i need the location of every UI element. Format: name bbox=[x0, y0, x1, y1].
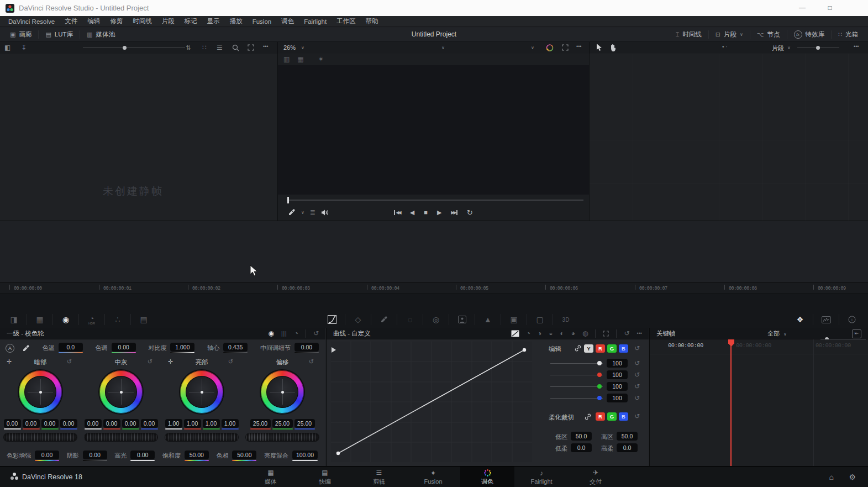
wipe-mode-icon[interactable]: ▥ bbox=[283, 55, 290, 63]
reset-icon[interactable]: ↺ bbox=[634, 383, 640, 390]
lift-master-wheel[interactable] bbox=[4, 433, 77, 441]
viewer-playhead[interactable] bbox=[287, 197, 289, 203]
keyframe-filter-chevron-icon[interactable]: ∨ bbox=[783, 332, 787, 337]
r-curve-slider[interactable] bbox=[550, 375, 603, 375]
b-slider-knob[interactable] bbox=[597, 396, 602, 400]
reset-icon[interactable]: ↺ bbox=[634, 412, 640, 420]
color-wheels-icon[interactable]: ◉ bbox=[53, 315, 78, 324]
reset-icon[interactable]: ↺ bbox=[634, 359, 640, 367]
high-soft-value[interactable]: 0.0 bbox=[617, 443, 638, 452]
g-slider-value[interactable]: 100 bbox=[607, 382, 628, 391]
high-range-value[interactable]: 50.0 bbox=[617, 432, 638, 441]
reset-icon[interactable]: ↺ bbox=[67, 358, 72, 365]
menu-playback[interactable]: 播放 bbox=[225, 17, 248, 25]
menu-edit[interactable]: 编辑 bbox=[82, 17, 105, 25]
page-edit[interactable]: ☰ 剪辑 bbox=[352, 467, 406, 487]
color-boost-value[interactable]: 0.00 bbox=[35, 451, 59, 459]
offset-red-value[interactable]: 25.00 bbox=[250, 419, 271, 428]
skip-end-button[interactable]: ▶▶ bbox=[451, 210, 457, 215]
menu-fusion[interactable]: Fusion bbox=[248, 18, 277, 25]
gain-blue-value[interactable]: 1.00 bbox=[222, 419, 239, 428]
lift-master-value[interactable]: 0.00 bbox=[4, 419, 21, 428]
selection-tool-icon[interactable] bbox=[596, 44, 603, 51]
menu-file[interactable]: 文件 bbox=[60, 17, 82, 25]
framing-icon[interactable]: ▦ bbox=[27, 315, 52, 324]
reset-icon[interactable]: ↺ bbox=[634, 394, 640, 402]
tint-value[interactable]: 0.00 bbox=[112, 343, 136, 352]
b-curve-slider[interactable] bbox=[550, 398, 603, 399]
timeline-select-chevron-icon[interactable]: ∨ bbox=[531, 45, 534, 50]
key-icon[interactable]: ▣ bbox=[501, 315, 527, 324]
viewer-zoom-value[interactable]: 26% bbox=[283, 44, 296, 51]
qualifier-icon[interactable] bbox=[371, 316, 397, 323]
play-button[interactable]: ▶ bbox=[437, 209, 441, 216]
reset-icon[interactable]: ↺ bbox=[634, 344, 640, 352]
viewer-scrub-bar[interactable] bbox=[278, 195, 589, 205]
nodes-button[interactable]: ⌥ 节点 bbox=[750, 28, 787, 41]
soft-clip-g-button[interactable]: G bbox=[607, 412, 617, 421]
still-album-chevron-icon[interactable]: ∨ bbox=[441, 45, 445, 50]
g-curve-slider[interactable] bbox=[550, 386, 603, 387]
node-mode-chevron-icon[interactable]: ∨ bbox=[787, 45, 791, 50]
hue-value[interactable]: 50.00 bbox=[232, 451, 256, 459]
gamma-red-value[interactable]: 0.00 bbox=[103, 419, 120, 428]
blur-icon[interactable]: ▲ bbox=[475, 315, 501, 324]
page-fusion[interactable]: ✦ Fusion bbox=[406, 467, 460, 487]
saturation-value[interactable]: 50.00 bbox=[185, 451, 209, 459]
viewer-zoom-chevron-icon[interactable]: ∨ bbox=[301, 45, 304, 50]
menu-mark[interactable]: 标记 bbox=[180, 17, 202, 25]
channel-b-button[interactable]: B bbox=[619, 344, 628, 353]
menu-workspace[interactable]: 工作区 bbox=[332, 17, 361, 25]
menu-fairlight[interactable]: Fairlight bbox=[299, 18, 332, 25]
more-icon[interactable]: ••• bbox=[263, 44, 268, 49]
page-fairlight[interactable]: ♪ Fairlight bbox=[514, 467, 569, 487]
temp-value[interactable]: 0.0 bbox=[59, 343, 83, 352]
color-enhance-icon[interactable]: + bbox=[545, 44, 554, 52]
panel-toggle-icon[interactable]: ◧ bbox=[4, 44, 10, 51]
soft-clip-r-button[interactable]: R bbox=[596, 412, 605, 421]
wheels-mode-icon[interactable]: ◉ bbox=[268, 329, 273, 337]
highlights-value[interactable]: 0.00 bbox=[130, 451, 155, 459]
gamma-master-wheel[interactable] bbox=[85, 433, 157, 441]
eyedropper-chevron-icon[interactable]: ∨ bbox=[301, 210, 304, 215]
mid-detail-value[interactable]: 0.00 bbox=[294, 343, 319, 352]
link-icon[interactable] bbox=[584, 413, 592, 421]
clips-strip-area[interactable] bbox=[0, 221, 868, 282]
timeline-ruler[interactable]: 00:00:00:00 00:00:00:01 00:00:00:02 00:0… bbox=[0, 282, 868, 294]
gamma-green-value[interactable]: 0.00 bbox=[122, 419, 139, 428]
page-deliver[interactable]: ✈ 交付 bbox=[569, 467, 623, 487]
enhance-wand-icon[interactable]: ✶ bbox=[318, 55, 324, 63]
effects-library-button[interactable]: fx 特效库 bbox=[787, 28, 832, 41]
power-window-icon[interactable]: ◌ bbox=[397, 315, 423, 324]
list-view-icon[interactable]: ☰ bbox=[217, 44, 223, 51]
lift-blue-value[interactable]: 0.00 bbox=[60, 419, 77, 428]
maximize-button[interactable]: □ bbox=[822, 0, 838, 16]
viewer-video-area[interactable] bbox=[278, 65, 589, 195]
node-graph-area[interactable] bbox=[590, 54, 868, 221]
gamma-master-value[interactable]: 0.00 bbox=[85, 419, 102, 428]
keyframe-playhead-flag[interactable] bbox=[728, 339, 734, 347]
gain-green-value[interactable]: 1.00 bbox=[203, 419, 220, 428]
scopes-icon[interactable] bbox=[813, 316, 839, 323]
stereo-3d-icon[interactable]: 3D bbox=[553, 317, 578, 323]
loop-button[interactable]: ↻ bbox=[467, 208, 473, 217]
hue-vs-hue-icon[interactable]: ◔ bbox=[527, 329, 530, 337]
gain-color-wheel[interactable] bbox=[180, 370, 223, 413]
home-icon[interactable]: ⌂ bbox=[829, 467, 834, 487]
menu-view[interactable]: 显示 bbox=[202, 17, 225, 25]
offset-color-wheel[interactable] bbox=[261, 370, 304, 413]
menu-trim[interactable]: 修剪 bbox=[105, 17, 128, 25]
soft-clip-b-button[interactable]: B bbox=[619, 412, 628, 421]
lightbox-button[interactable]: ∷ 光箱 bbox=[832, 28, 865, 41]
split-mode-icon[interactable]: ▦ bbox=[297, 55, 303, 63]
thumbnail-size-slider[interactable] bbox=[83, 48, 185, 48]
y-curve-slider[interactable] bbox=[550, 363, 603, 364]
gamma-blue-value[interactable]: 0.00 bbox=[141, 419, 158, 428]
viewer-more-icon[interactable]: ••• bbox=[576, 44, 581, 49]
menu-timeline[interactable]: 时间线 bbox=[128, 17, 157, 25]
reset-icon[interactable]: ↺ bbox=[313, 329, 319, 337]
offset-green-value[interactable]: 25.00 bbox=[272, 419, 293, 428]
eyedropper-icon[interactable] bbox=[288, 208, 296, 216]
auto-balance-icon[interactable]: A bbox=[6, 344, 14, 353]
skip-start-button[interactable]: ◀◀ bbox=[394, 210, 400, 215]
